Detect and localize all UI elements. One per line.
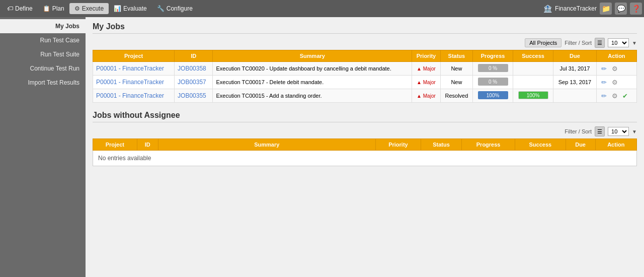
- sidebar-item-my-jobs[interactable]: My Jobs: [0, 19, 86, 33]
- cell-id: JOB00355: [175, 89, 213, 103]
- priority-icon: ▲ Major: [417, 93, 436, 99]
- define-icon: 🏷: [7, 5, 13, 12]
- my-jobs-columns-icon[interactable]: ☰: [595, 38, 605, 48]
- resolved-icon[interactable]: ✔: [621, 91, 630, 100]
- nav-configure[interactable]: 🔧 Configure: [152, 3, 198, 14]
- progress-bar-fill: 100%: [478, 91, 508, 99]
- col-id: ID: [175, 50, 213, 62]
- settings-icon[interactable]: ⚙: [610, 78, 619, 87]
- col-priority: Priority: [412, 50, 440, 62]
- plan-icon: 📋: [43, 5, 50, 12]
- cell-priority: ▲ Major: [412, 89, 440, 103]
- col-status: Status: [440, 50, 472, 62]
- my-jobs-filter-sort-button[interactable]: Filter / Sort: [565, 40, 592, 46]
- table-row: P00001 - FinanceTrackerJOB00357Execution…: [93, 76, 637, 89]
- nav-evaluate-label: Evaluate: [123, 5, 147, 12]
- jwa-table: Project ID Summary Priority Status Progr…: [93, 138, 637, 151]
- cell-summary: Execution TC00015 - Add a standing order…: [213, 89, 412, 103]
- id-link[interactable]: JOB00357: [178, 79, 206, 86]
- priority-icon: ▲ Major: [417, 80, 436, 85]
- main-content: My Jobs All Projects Filter / Sort ☰ 10 …: [86, 17, 644, 277]
- progress-bar-fill: 0 %: [478, 78, 508, 86]
- nav-right-area: 🏦 FinanceTracker 📁 💬 ❓: [543, 3, 642, 15]
- jwa-filter-sort-button[interactable]: Filter / Sort: [565, 128, 592, 134]
- sidebar-item-import-test-results[interactable]: Import Test Results: [0, 76, 86, 90]
- progress-bar-fill: 0 %: [478, 64, 508, 72]
- cell-id: JOB00358: [175, 62, 213, 76]
- configure-icon: 🔧: [157, 5, 165, 12]
- cell-due: Jul 31, 2017: [553, 62, 597, 76]
- my-jobs-page-size-arrow: ▼: [632, 40, 637, 46]
- sidebar-item-continue-test-run[interactable]: Continue Test Run: [0, 61, 86, 76]
- nav-help-btn[interactable]: ❓: [630, 3, 642, 15]
- cell-project: P00001 - FinanceTracker: [93, 89, 175, 103]
- jwa-table-header-row: Project ID Summary Priority Status Progr…: [93, 139, 637, 151]
- cell-priority: ▲ Major: [412, 62, 440, 76]
- sidebar-item-run-test-suite[interactable]: Run Test Suite: [0, 47, 86, 61]
- cell-progress: 100%: [473, 89, 513, 103]
- my-jobs-page-size-select[interactable]: 10 25 50: [608, 38, 629, 47]
- jwa-col-project: Project: [93, 139, 137, 151]
- cell-summary: Execution TC00017 - Delete debit mandate…: [213, 76, 412, 89]
- sidebar-item-run-test-case[interactable]: Run Test Case: [0, 33, 86, 47]
- jwa-columns-icon[interactable]: ☰: [595, 126, 605, 136]
- settings-icon[interactable]: ⚙: [610, 64, 619, 73]
- col-progress: Progress: [473, 50, 513, 62]
- my-jobs-title: My Jobs: [93, 22, 637, 34]
- my-jobs-toolbar: All Projects Filter / Sort ☰ 10 25 50 ▼: [93, 38, 637, 48]
- cell-success: [513, 76, 553, 89]
- priority-icon: ▲ Major: [417, 66, 436, 72]
- edit-icon[interactable]: ✏: [600, 64, 609, 73]
- nav-plan[interactable]: 📋 Plan: [38, 3, 69, 14]
- jwa-col-progress: Progress: [462, 139, 515, 151]
- settings-icon[interactable]: ⚙: [610, 91, 619, 100]
- success-bar-fill: 100%: [519, 92, 548, 99]
- sidebar-import-test-results-label: Import Test Results: [28, 79, 79, 86]
- my-jobs-section: My Jobs All Projects Filter / Sort ☰ 10 …: [93, 22, 637, 103]
- cell-priority: ▲ Major: [412, 76, 440, 89]
- project-link[interactable]: P00001 - FinanceTracker: [96, 79, 164, 86]
- project-link[interactable]: P00001 - FinanceTracker: [96, 92, 164, 99]
- progress-bar-container: 100%: [478, 91, 508, 99]
- jwa-col-priority: Priority: [375, 139, 421, 151]
- jobs-without-assignee-section: Jobs without Assignee Filter / Sort ☰ 10…: [93, 111, 637, 166]
- cell-due: [553, 89, 597, 103]
- col-due: Due: [553, 50, 597, 62]
- nav-define[interactable]: 🏷 Define: [2, 3, 38, 14]
- cell-project: P00001 - FinanceTracker: [93, 62, 175, 76]
- jwa-page-size-arrow: ▼: [632, 129, 637, 134]
- cell-id: JOB00357: [175, 76, 213, 89]
- cell-action: ✏⚙: [596, 76, 636, 89]
- nav-execute[interactable]: ⚙ Execute: [69, 3, 109, 14]
- col-project: Project: [93, 50, 175, 62]
- cell-status: New: [440, 62, 472, 76]
- sidebar-run-test-case-label: Run Test Case: [40, 37, 80, 44]
- my-jobs-table-header-row: Project ID Summary Priority Status Progr…: [93, 50, 637, 62]
- col-action: Action: [596, 50, 636, 62]
- app-title: FinanceTracker: [555, 5, 597, 12]
- nav-plan-label: Plan: [52, 5, 64, 12]
- action-icons-group: ✏⚙✔: [600, 91, 633, 100]
- edit-icon[interactable]: ✏: [600, 91, 609, 100]
- nav-folder-btn[interactable]: 📁: [600, 3, 612, 15]
- edit-icon[interactable]: ✏: [600, 78, 609, 87]
- project-link[interactable]: P00001 - FinanceTracker: [96, 65, 164, 72]
- top-navigation: 🏷 Define 📋 Plan ⚙ Execute 📊 Evaluate 🔧 C…: [0, 0, 644, 17]
- jwa-col-success: Success: [515, 139, 566, 151]
- cell-status: Resolved: [440, 89, 472, 103]
- col-success: Success: [513, 50, 553, 62]
- nav-evaluate[interactable]: 📊 Evaluate: [109, 3, 152, 14]
- sidebar: My Jobs Run Test Case Run Test Suite Con…: [0, 17, 86, 277]
- nav-chat-btn[interactable]: 💬: [615, 3, 627, 15]
- nav-execute-label: Execute: [82, 5, 104, 12]
- jwa-col-action: Action: [595, 139, 636, 151]
- col-summary: Summary: [213, 50, 412, 62]
- sidebar-run-test-suite-label: Run Test Suite: [40, 51, 79, 58]
- all-projects-button[interactable]: All Projects: [525, 38, 561, 47]
- id-link[interactable]: JOB00358: [178, 65, 206, 72]
- jobs-without-assignee-title: Jobs without Assignee: [93, 111, 637, 122]
- jwa-col-id: ID: [137, 139, 158, 151]
- cell-progress: 0 %: [473, 76, 513, 89]
- id-link[interactable]: JOB00355: [178, 92, 206, 99]
- jwa-page-size-select[interactable]: 10 25 50: [608, 127, 629, 136]
